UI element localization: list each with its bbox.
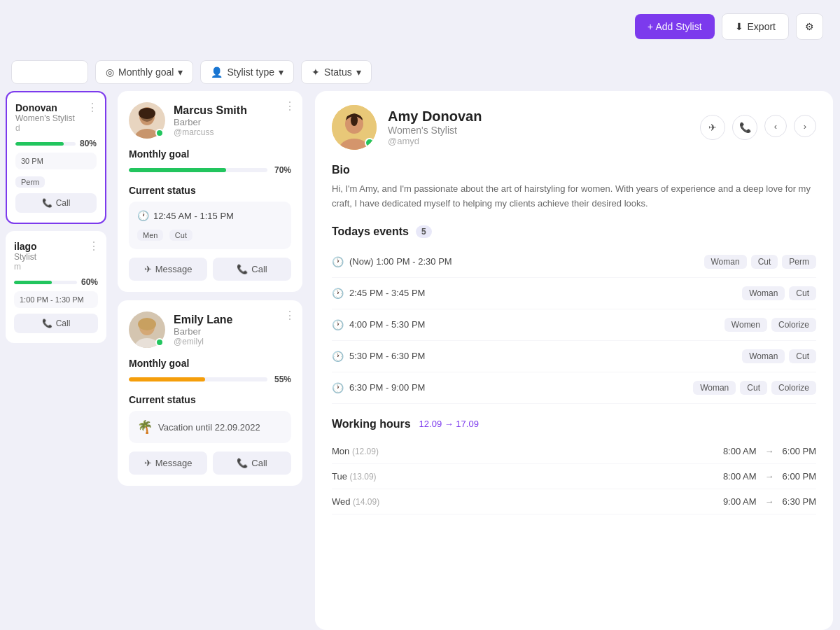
- wh-row: Wed (14.09)9:00 AM → 6:30 PM: [332, 489, 816, 514]
- palm-icon: 🌴: [137, 419, 153, 435]
- next-stylist-button[interactable]: ›: [794, 115, 816, 137]
- call-detail-button[interactable]: 📞: [732, 115, 757, 140]
- main-content: ⋮ Donovan Women's Stylist d 80% 30 PM Pe…: [0, 91, 840, 630]
- more-options-icon[interactable]: ⋮: [88, 239, 99, 253]
- event-time: 🕐4:00 PM - 5:30 PM: [332, 319, 724, 330]
- events-list: 🕐(Now) 1:00 PM - 2:30 PMWomanCutPerm🕐2:4…: [332, 246, 816, 404]
- wh-day: Tue (13.09): [332, 471, 402, 482]
- mini-card-location: d: [15, 123, 97, 133]
- event-tag: Colorize: [771, 318, 816, 332]
- wh-hours: 9:00 AM → 6:30 PM: [402, 496, 816, 507]
- events-header: Todays events 5: [332, 225, 816, 238]
- stylist-handle: @emilyl: [174, 337, 232, 346]
- detail-panel: Amy Donovan Women's Stylist @amyd ✈ 📞 ‹ …: [308, 91, 840, 630]
- search-input[interactable]: [11, 60, 88, 84]
- call-button[interactable]: 📞 Call: [213, 258, 291, 281]
- status-filter[interactable]: ✦ Status ▾: [301, 60, 372, 84]
- export-button[interactable]: ⬇ Export: [722, 13, 789, 40]
- wh-row: Tue (13.09)8:00 AM → 6:00 PM: [332, 464, 816, 489]
- add-stylist-button[interactable]: + Add Stylist: [635, 14, 714, 39]
- detail-stylist-name: Amy Donovan: [388, 108, 700, 125]
- send-icon: ✈: [708, 122, 717, 133]
- event-tag: Cut: [789, 286, 816, 300]
- mini-card-name: Donovan: [15, 102, 97, 113]
- prev-stylist-button[interactable]: ‹: [764, 115, 787, 137]
- top-bar: + Add Stylist ⬇ Export ⚙: [0, 0, 840, 52]
- detail-info: Amy Donovan Women's Stylist @amyd: [388, 108, 700, 146]
- stylist-handle: @marcuss: [174, 127, 247, 137]
- mini-card-donovan[interactable]: ⋮ Donovan Women's Stylist d 80% 30 PM Pe…: [6, 91, 106, 224]
- status-box: 🕐 12:45 AM - 1:15 PM Men Cut: [129, 202, 291, 249]
- monthly-goal-filter[interactable]: ◎ Monthly goal ▾: [95, 60, 193, 84]
- mini-card-ilago[interactable]: ⋮ ilago Stylist m 60% 1:00 PM - 1:30 PM …: [6, 231, 106, 343]
- mini-card-location: m: [14, 262, 98, 272]
- status-time: 🕐 12:45 AM - 1:15 PM: [137, 210, 283, 221]
- wh-title: Working hours: [332, 418, 411, 430]
- day-name: Tue: [332, 471, 350, 482]
- wh-range: 12.09 → 17.09: [419, 419, 479, 429]
- more-options-icon[interactable]: ⋮: [284, 309, 295, 322]
- progress-fill: [129, 168, 226, 172]
- wh-row: Mon (12.09)8:00 AM → 6:00 PM: [332, 439, 816, 464]
- stylist-name: Emily Lane: [174, 314, 232, 326]
- event-tag: Woman: [742, 286, 785, 300]
- event-tags: WomanCutPerm: [704, 255, 817, 269]
- mini-call-button[interactable]: 📞 Call: [14, 314, 98, 333]
- mini-time-slot: 1:00 PM - 1:30 PM: [14, 291, 98, 308]
- mini-call-button[interactable]: 📞 Call: [15, 193, 97, 213]
- event-time-text: 5:30 PM - 6:30 PM: [349, 351, 425, 361]
- progress-pct: 55%: [274, 374, 291, 384]
- chevron-down-icon: ▾: [178, 66, 183, 78]
- event-tag: Woman: [704, 255, 747, 269]
- call-button[interactable]: 📞 Call: [213, 451, 291, 475]
- more-options-icon[interactable]: ⋮: [87, 101, 98, 114]
- svg-point-6: [138, 318, 156, 330]
- stylist-type-filter[interactable]: 👤 Stylist type ▾: [200, 60, 294, 84]
- event-time: 🕐(Now) 1:00 PM - 2:30 PM: [332, 256, 704, 267]
- mini-tag: Perm: [15, 176, 45, 188]
- mini-card-role: Women's Stylist: [15, 113, 97, 123]
- settings-button[interactable]: ⚙: [796, 13, 823, 40]
- event-time: 🕐2:45 PM - 3:45 PM: [332, 288, 742, 299]
- event-tags: WomanCut: [742, 349, 816, 363]
- stylist-card-emily: ⋮ Emily Lane Barber @emilyl: [118, 300, 302, 486]
- detail-card: Amy Donovan Women's Stylist @amyd ✈ 📞 ‹ …: [315, 91, 833, 630]
- day-date: (12.09): [352, 447, 379, 456]
- detail-header: Amy Donovan Women's Stylist @amyd ✈ 📞 ‹ …: [332, 105, 816, 150]
- monthly-goal-label: Monthly goal: [129, 148, 291, 160]
- message-button[interactable]: ✈ Message: [129, 258, 207, 281]
- stylist-role: Barber: [174, 117, 247, 127]
- message-icon: ✈: [144, 458, 152, 468]
- event-tag: Woman: [742, 349, 785, 363]
- clock-icon: 🕐: [137, 210, 149, 221]
- stylist-name: Marcus Smith: [174, 104, 247, 117]
- svg-point-10: [351, 115, 358, 126]
- status-tag-cut: Cut: [169, 230, 192, 241]
- event-tag: Cut: [751, 255, 778, 269]
- progress-fill: [129, 377, 205, 382]
- event-tag: Cut: [789, 349, 816, 363]
- detail-actions: ✈ 📞 ‹ ›: [700, 115, 816, 140]
- detail-stylist-role: Women's Stylist: [388, 125, 700, 136]
- vacation-box: 🌴 Vacation until 22.09.2022: [129, 411, 291, 443]
- export-icon: ⬇: [735, 21, 743, 32]
- progress-pct: 70%: [274, 165, 291, 175]
- working-hours-section: Working hours 12.09 → 17.09 Mon (12.09)8…: [332, 418, 816, 514]
- online-indicator: [155, 129, 164, 137]
- current-status-label: Current status: [129, 185, 291, 196]
- person-icon: 👤: [211, 66, 223, 78]
- event-tag: Colorize: [771, 381, 816, 395]
- send-message-button[interactable]: ✈: [700, 115, 725, 140]
- sparkle-icon: ✦: [312, 66, 320, 78]
- event-tags: WomanCutColorize: [693, 381, 816, 395]
- bio-title: Bio: [332, 164, 816, 176]
- mini-card-role: Stylist: [14, 252, 98, 262]
- vacation-text: Vacation until 22.09.2022: [158, 422, 260, 433]
- more-options-icon[interactable]: ⋮: [284, 99, 295, 113]
- event-row: 🕐2:45 PM - 3:45 PMWomanCut: [332, 278, 816, 309]
- message-button[interactable]: ✈ Message: [129, 451, 207, 475]
- filter-bar: ◎ Monthly goal ▾ 👤 Stylist type ▾ ✦ Stat…: [0, 52, 840, 91]
- event-time-text: (Now) 1:00 PM - 2:30 PM: [349, 256, 452, 267]
- event-tag: Perm: [782, 255, 816, 269]
- settings-icon: ⚙: [805, 21, 814, 32]
